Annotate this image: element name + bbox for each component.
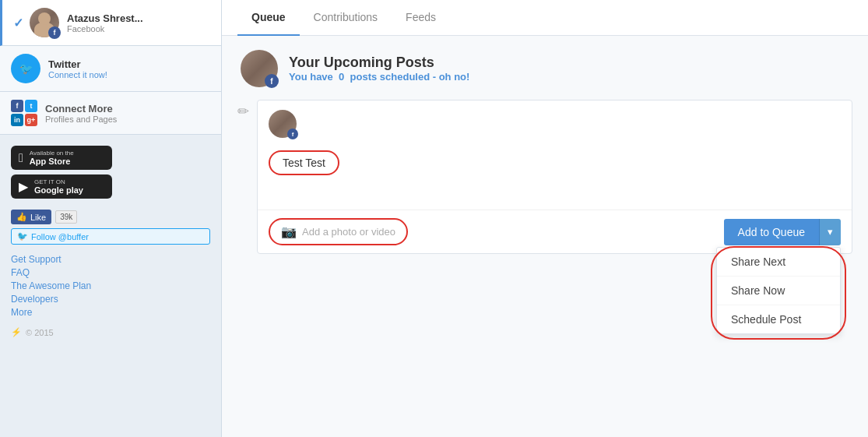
buffer-icon: ⚡	[11, 327, 22, 337]
apple-icon: 	[19, 151, 23, 165]
profile-avatar-wrap: f	[30, 8, 59, 37]
composer-fb-badge: f	[287, 129, 298, 139]
get-support-link[interactable]: Get Support	[11, 254, 210, 265]
like-count: 39k	[55, 210, 77, 224]
tab-contributions[interactable]: Contributions	[300, 0, 392, 36]
tabs: Queue Contributions Feeds	[222, 0, 868, 36]
facebook-like-btn[interactable]: 👍 Like	[11, 210, 51, 224]
composer-test-text: Test Test	[269, 150, 339, 175]
queue-btn-group: Add to Queue ▾ Share Next Share Now Sche…	[724, 219, 841, 245]
googleplay-name: Google play	[34, 185, 83, 195]
add-to-queue-button[interactable]: Add to Queue	[724, 219, 819, 245]
check-icon: ✓	[13, 16, 23, 30]
upcoming-status-post: posts scheduled - oh no!	[350, 71, 470, 83]
connect-more-sub: Profiles and Pages	[45, 115, 117, 124]
connect-more-title: Connect More	[45, 103, 117, 115]
googleplay-get: GET IT ON	[34, 178, 83, 185]
add-photo-btn[interactable]: 📷 Add a photo or video	[269, 218, 408, 245]
faq-link[interactable]: FAQ	[11, 267, 210, 278]
twitter-follow-label: Follow @buffer	[31, 232, 89, 241]
profile-name: Atazus Shrest...	[67, 12, 143, 24]
upcoming-status: You have 0 posts scheduled - oh no!	[289, 71, 469, 83]
sidebar-connect-more[interactable]: f t in g+ Connect More Profiles and Page…	[0, 92, 221, 135]
appstore-name: App Store	[30, 157, 74, 166]
add-photo-label: Add a photo or video	[302, 226, 395, 238]
upcoming-section: f Your Upcoming Posts You have 0 posts s…	[222, 36, 868, 95]
awesome-plan-link[interactable]: The Awesome Plan	[11, 280, 210, 291]
tab-feeds[interactable]: Feeds	[392, 0, 450, 36]
googleplay-badge[interactable]: ▶ GET IT ON Google play	[11, 174, 112, 199]
facebook-badge: f	[48, 26, 61, 39]
social-follow: 👍 Like 39k 🐦 Follow @buffer	[0, 210, 221, 245]
twitter-bird-icon: 🐦	[19, 62, 33, 75]
composer-footer: 📷 Add a photo or video Add to Queue ▾ Sh…	[258, 210, 852, 253]
sidebar-twitter-profile[interactable]: 🐦 Twitter Connect it now!	[0, 46, 221, 92]
sidebar: ✓ f Atazus Shrest... Facebook 🐦 Twitter …	[0, 0, 222, 437]
camera-icon: 📷	[281, 224, 297, 239]
twitter-icon-bg: 🐦	[11, 54, 40, 83]
composer-wrap: ✏ f Test Test 📷 Add a photo or video Add…	[237, 100, 852, 254]
share-next-item[interactable]: Share Next	[717, 248, 840, 277]
googleplay-icon: ▶	[19, 179, 28, 194]
profile-network: Facebook	[67, 24, 143, 33]
twitter-follow-btn[interactable]: 🐦 Follow @buffer	[11, 228, 210, 245]
like-label: Like	[30, 213, 46, 222]
composer-text-area[interactable]: Test Test	[258, 147, 852, 210]
googleplay-text: GET IT ON Google play	[34, 178, 83, 195]
connect-more-text: Connect More Profiles and Pages	[45, 103, 117, 124]
twitter-name: Twitter	[48, 58, 107, 70]
thumbs-up-icon: 👍	[16, 212, 27, 222]
appstore-badge[interactable]:  Available on the App Store	[11, 146, 112, 170]
appstore-text: Available on the App Store	[30, 150, 74, 166]
main-content: Queue Contributions Feeds f Your Upcomin…	[222, 0, 868, 437]
sidebar-facebook-profile[interactable]: ✓ f Atazus Shrest... Facebook	[0, 0, 221, 46]
upcoming-status-pre: You have	[289, 71, 333, 83]
twitter-follow-icon: 🐦	[17, 231, 28, 241]
profile-info: Atazus Shrest... Facebook	[67, 12, 143, 33]
linkedin-icon: in	[11, 114, 23, 126]
upcoming-text: Your Upcoming Posts You have 0 posts sch…	[289, 55, 469, 83]
upcoming-avatar-wrap: f	[241, 50, 278, 87]
sidebar-links: Get Support FAQ The Awesome Plan Develop…	[0, 245, 221, 321]
twitter-icon: t	[25, 100, 37, 112]
tab-queue[interactable]: Queue	[237, 0, 300, 36]
sidebar-apps:  Available on the App Store ▶ GET IT ON…	[0, 135, 221, 210]
upcoming-count: 0	[339, 71, 344, 83]
twitter-info: Twitter Connect it now!	[48, 58, 107, 79]
composer: f Test Test 📷 Add a photo or video Add t…	[257, 100, 852, 254]
facebook-icon: f	[11, 100, 23, 112]
queue-dropdown-toggle[interactable]: ▾	[819, 219, 841, 245]
googleplus-icon: g+	[25, 114, 37, 126]
copyright: ⚡ © 2015	[0, 321, 221, 344]
composer-header: f	[258, 100, 852, 147]
more-link[interactable]: More	[11, 307, 210, 318]
upcoming-title: Your Upcoming Posts	[289, 55, 469, 71]
upcoming-fb-badge: f	[265, 74, 279, 88]
copyright-text: © 2015	[26, 328, 54, 337]
connect-more-icons: f t in g+	[11, 100, 37, 126]
appstore-available: Available on the	[30, 150, 74, 157]
composer-avatar-wrap: f	[269, 110, 297, 138]
share-now-item[interactable]: Share Now	[717, 277, 840, 305]
edit-icon[interactable]: ✏	[237, 100, 249, 254]
queue-dropdown-menu: Share Next Share Now Schedule Post	[716, 247, 841, 334]
developers-link[interactable]: Developers	[11, 294, 210, 305]
twitter-connect-link[interactable]: Connect it now!	[48, 70, 107, 79]
schedule-post-item[interactable]: Schedule Post	[717, 305, 840, 333]
